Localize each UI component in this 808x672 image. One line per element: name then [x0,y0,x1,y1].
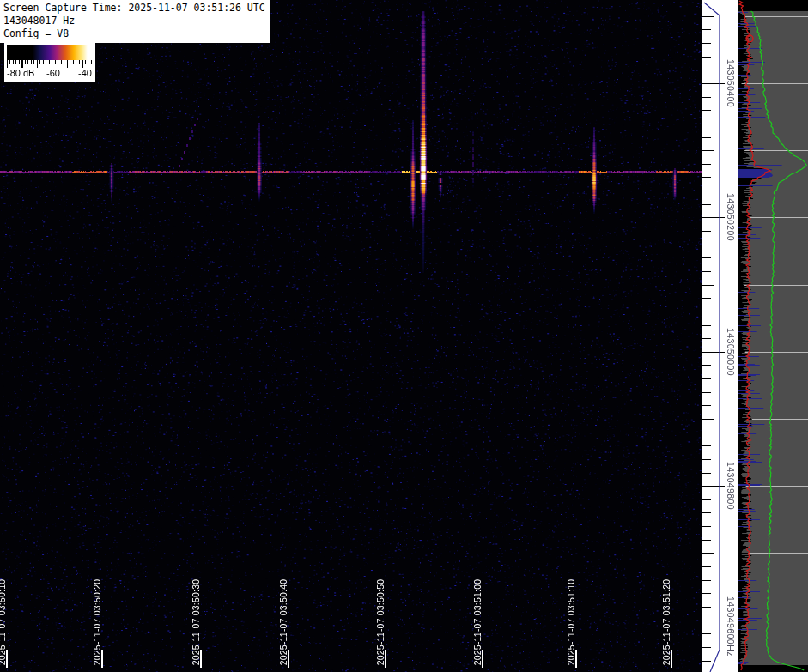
frequency-text: 143048017 Hz [3,15,265,27]
frequency-axis: 1430504001430502001430500001430498001430… [702,0,738,672]
capture-info-panel: Screen Capture Time: 2025-11-07 03:51:26… [0,0,270,43]
config-text: Config = V8 [3,27,265,40]
waterfall-spectrogram [0,0,702,672]
colorbar-max-label: -40 [78,68,92,78]
spectrum-graph-panel [738,0,808,672]
capture-time-text: Screen Capture Time: 2025-11-07 03:51:26… [3,2,265,15]
time-axis-tick [200,650,202,668]
time-axis-tick [575,650,577,668]
spectrum-capture-screen: 2025-11-07 03:50:102025-11-07 03:50:2020… [0,0,808,672]
time-axis-tick [101,650,103,668]
frequency-axis-ticks [702,0,738,672]
time-axis-tick [385,650,386,668]
time-axis-tick [6,650,8,668]
colorbar-ruler-ticks [7,60,93,68]
colorbar-gradient [7,45,93,60]
colorbar-legend: -80 dB -60 -40 [4,43,95,82]
time-axis-tick [671,650,672,668]
colorbar-scale-labels: -80 dB -60 -40 [7,68,93,80]
time-axis-tick [482,650,483,668]
colorbar-min-label: -80 dB [7,68,34,78]
colorbar-mid-label: -60 [46,68,60,78]
time-axis-tick [288,650,289,668]
